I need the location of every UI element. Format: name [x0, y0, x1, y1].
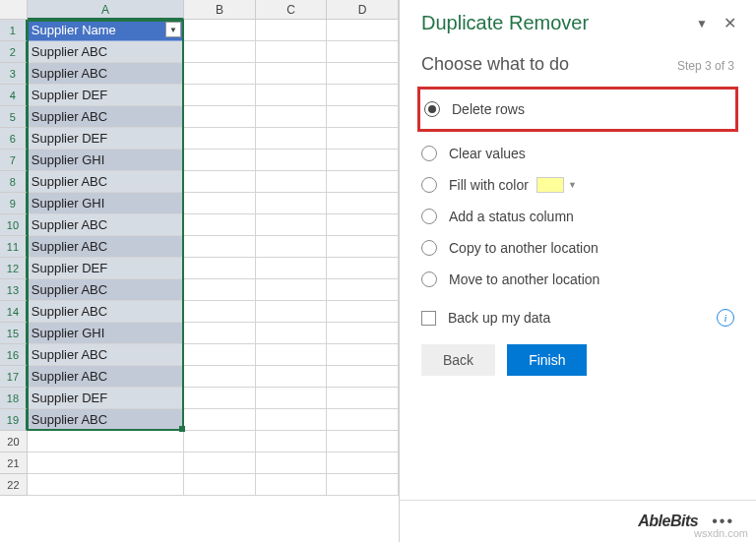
cell[interactable] [184, 150, 256, 171]
cell[interactable] [327, 171, 399, 193]
cell[interactable] [184, 193, 256, 214]
cell[interactable] [256, 431, 328, 452]
color-swatch[interactable] [536, 177, 564, 193]
cell[interactable] [184, 279, 256, 301]
data-cell[interactable]: Supplier ABC [28, 344, 184, 366]
option-clear-values[interactable]: Clear values [421, 138, 734, 169]
row-header[interactable]: 14 [0, 301, 28, 323]
backup-checkbox[interactable] [421, 311, 436, 326]
data-cell[interactable]: Supplier ABC [28, 279, 184, 301]
col-header-c[interactable]: C [256, 0, 328, 20]
select-all-corner[interactable] [0, 0, 28, 20]
data-cell[interactable]: Supplier GHI [28, 150, 184, 171]
cell[interactable] [184, 301, 256, 323]
data-cell[interactable]: Supplier ABC [28, 366, 184, 388]
row-header[interactable]: 13 [0, 279, 28, 301]
cell[interactable] [184, 128, 256, 150]
data-cell[interactable]: Supplier ABC [28, 106, 184, 128]
pane-menu-dropdown[interactable]: ▼ [696, 17, 708, 30]
data-cell[interactable]: Supplier ABC [28, 409, 184, 431]
cell[interactable] [184, 388, 256, 409]
row-header[interactable]: 3 [0, 63, 28, 85]
cell[interactable] [256, 452, 328, 474]
cell[interactable] [184, 236, 256, 258]
chevron-down-icon[interactable]: ▼ [568, 180, 577, 190]
data-cell[interactable]: Supplier ABC [28, 41, 184, 63]
data-cell[interactable]: Supplier DEF [28, 258, 184, 279]
row-header[interactable]: 11 [0, 236, 28, 258]
cell[interactable] [327, 236, 399, 258]
cell[interactable] [256, 85, 328, 106]
cell[interactable] [256, 150, 328, 171]
cell[interactable] [184, 344, 256, 366]
cell[interactable] [327, 452, 399, 474]
cell[interactable] [184, 106, 256, 128]
cell[interactable] [184, 474, 256, 496]
row-header[interactable]: 16 [0, 344, 28, 366]
option-delete-rows[interactable]: Delete rows [424, 93, 731, 125]
row-header[interactable]: 19 [0, 409, 28, 431]
cell[interactable] [256, 20, 328, 41]
cell[interactable] [256, 106, 328, 128]
cell[interactable] [256, 214, 328, 236]
cell[interactable] [256, 344, 328, 366]
cell[interactable] [327, 41, 399, 63]
cell[interactable] [327, 214, 399, 236]
row-header[interactable]: 15 [0, 323, 28, 344]
cell[interactable] [256, 128, 328, 150]
row-header[interactable]: 10 [0, 214, 28, 236]
row-header[interactable]: 2 [0, 41, 28, 63]
cell[interactable] [256, 474, 328, 496]
data-cell[interactable]: Supplier GHI [28, 193, 184, 214]
col-header-a[interactable]: A [28, 0, 184, 20]
data-cell[interactable]: Supplier DEF [28, 85, 184, 106]
cell[interactable] [327, 106, 399, 128]
cell[interactable] [184, 41, 256, 63]
cell[interactable] [256, 301, 328, 323]
filter-dropdown-icon[interactable]: ▼ [165, 22, 181, 37]
cell[interactable] [28, 474, 184, 496]
cell[interactable] [256, 193, 328, 214]
row-header[interactable]: 17 [0, 366, 28, 388]
cell[interactable] [327, 301, 399, 323]
table-header-cell[interactable]: Supplier Name ▼ [28, 20, 184, 41]
row-header[interactable]: 12 [0, 258, 28, 279]
close-icon[interactable]: ✕ [720, 14, 740, 32]
row-header[interactable]: 9 [0, 193, 28, 214]
data-cell[interactable]: Supplier DEF [28, 128, 184, 150]
option-fill-color[interactable]: Fill with color ▼ [421, 169, 734, 201]
cell[interactable] [327, 474, 399, 496]
data-cell[interactable]: Supplier ABC [28, 236, 184, 258]
row-header[interactable]: 1 [0, 20, 28, 41]
cell[interactable] [327, 150, 399, 171]
info-icon[interactable]: i [717, 309, 734, 327]
cell[interactable] [327, 366, 399, 388]
cell[interactable] [184, 409, 256, 431]
cell[interactable] [28, 431, 184, 452]
cell[interactable] [184, 323, 256, 344]
cell[interactable] [327, 279, 399, 301]
row-header[interactable]: 7 [0, 150, 28, 171]
cell[interactable] [256, 63, 328, 85]
cell[interactable] [327, 409, 399, 431]
cell[interactable] [184, 20, 256, 41]
cell[interactable] [327, 323, 399, 344]
cell[interactable] [256, 279, 328, 301]
cell[interactable] [256, 41, 328, 63]
cell[interactable] [256, 409, 328, 431]
cell[interactable] [327, 258, 399, 279]
cell[interactable] [28, 452, 184, 474]
option-move-location[interactable]: Move to another location [421, 264, 734, 295]
data-cell[interactable]: Supplier ABC [28, 63, 184, 85]
cell[interactable] [327, 85, 399, 106]
col-header-d[interactable]: D [327, 0, 399, 20]
cell[interactable] [184, 63, 256, 85]
option-copy-location[interactable]: Copy to another location [421, 232, 734, 264]
option-add-status[interactable]: Add a status column [421, 201, 734, 232]
data-cell[interactable]: Supplier DEF [28, 388, 184, 409]
cell[interactable] [184, 85, 256, 106]
cell[interactable] [184, 366, 256, 388]
cell[interactable] [327, 388, 399, 409]
cell[interactable] [327, 431, 399, 452]
col-header-b[interactable]: B [184, 0, 256, 20]
